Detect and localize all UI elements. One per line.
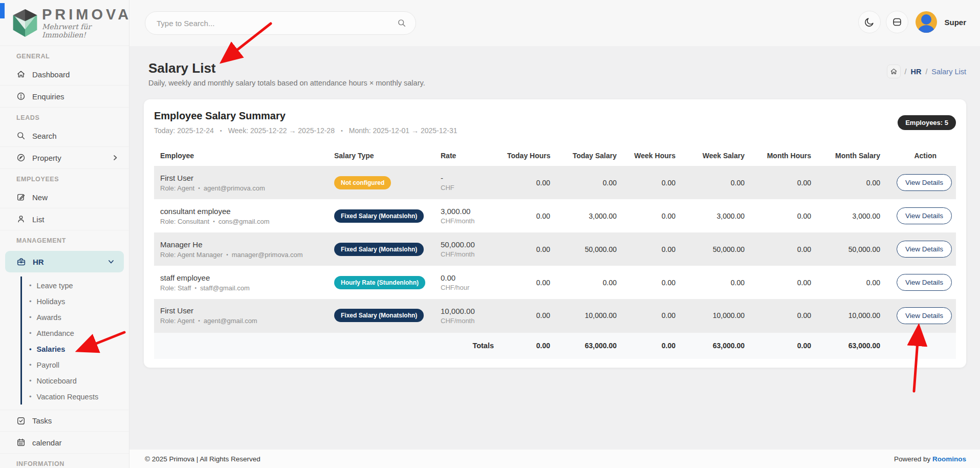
col-employee: Employee (154, 146, 328, 166)
salary-type-badge: Fixed Salary (Monatslohn) (334, 243, 424, 256)
submenu-item-payroll[interactable]: Payroll (22, 357, 129, 373)
month-hours: 0.00 (747, 232, 813, 266)
roominos-link[interactable]: Roominos (932, 455, 966, 463)
user-icon (16, 215, 26, 224)
sidebar-item-list[interactable]: List (0, 208, 129, 230)
employee-email: agent@primova.com (204, 184, 265, 192)
layout-split-icon (891, 16, 903, 28)
view-details-button[interactable]: View Details (897, 174, 952, 191)
week-hours: 0.00 (619, 299, 678, 332)
view-details-button[interactable]: View Details (897, 241, 952, 258)
brand-tagline: Mehrwert für Immobilien! (42, 23, 129, 39)
avatar-person-body (918, 25, 934, 33)
sidebar-item-dashboard[interactable]: Dashboard (0, 63, 129, 86)
totals-week-salary: 63,000.00 (678, 332, 747, 359)
submenu-item-holidays[interactable]: Holidays (22, 293, 129, 309)
employee-name: staff employee (160, 273, 323, 282)
rate-value: 3,000.00 (441, 207, 496, 216)
powered-by-text: Powered by (894, 455, 930, 463)
totals-row: Totals 0.00 63,000.00 0.00 63,000.00 0.0… (154, 332, 956, 359)
breadcrumb-hr-link[interactable]: HR (910, 68, 921, 76)
search-icon[interactable] (397, 18, 406, 28)
salary-type-badge: Hourly Rate (Stundenlohn) (334, 276, 425, 289)
col-salary-type: Salary Type (328, 146, 434, 166)
top-header: Super (129, 0, 980, 46)
sidebar-item-search[interactable]: Search (0, 125, 129, 147)
search-icon (16, 131, 26, 140)
sidebar-item-label: Dashboard (32, 70, 70, 79)
month-salary: 0.00 (813, 266, 882, 299)
submenu-item-salaries[interactable]: Salaries (22, 341, 129, 357)
week-hours: 0.00 (619, 199, 678, 232)
salary-type-badge: Fixed Salary (Monatslohn) (334, 309, 424, 322)
view-details-button[interactable]: View Details (897, 207, 952, 224)
submenu-item-attendance[interactable]: Attendance (22, 325, 129, 341)
totals-week-hours: 0.00 (619, 332, 678, 359)
submenu-item-vacation-requests[interactable]: Vacation Requests (22, 389, 129, 405)
page-title: Salary List (148, 60, 425, 76)
sidebar-item-hr[interactable]: HR (5, 251, 124, 272)
rate-unit: CHF/month (441, 217, 496, 225)
employee-role: Role: Staff (160, 284, 191, 292)
today-salary: 0.00 (552, 166, 619, 199)
rate-unit: CHF (441, 184, 496, 192)
role-separator: • (198, 185, 200, 191)
date-separator: • (220, 127, 222, 134)
employee-role: Role: Agent (160, 184, 194, 192)
rate-value: 10,000.00 (441, 307, 496, 315)
view-details-button[interactable]: View Details (897, 274, 952, 291)
sidebar-item-label: HR (33, 258, 44, 266)
date-separator: • (341, 127, 343, 134)
today-hours: 0.00 (501, 232, 552, 266)
sidebar-item-tasks[interactable]: Tasks (0, 410, 129, 432)
week-salary: 0.00 (678, 166, 747, 199)
month-salary: 3,000.00 (813, 199, 882, 232)
sidebar-section-general: GENERAL (0, 46, 129, 63)
brand-logo[interactable]: PRIMOVA Mehrwert für Immobilien! (0, 0, 129, 46)
view-details-button[interactable]: View Details (897, 307, 952, 324)
col-rate: Rate (434, 146, 501, 166)
sidebar-item-label: Tasks (32, 416, 52, 425)
submenu-item-leave-type[interactable]: Leave type (22, 278, 129, 293)
submenu-item-awards[interactable]: Awards (22, 309, 129, 325)
primova-cube-icon (11, 8, 39, 38)
global-search (145, 11, 416, 35)
dark-mode-toggle[interactable] (858, 11, 881, 33)
month-salary: 10,000.00 (813, 299, 882, 332)
sidebar-item-enquiries[interactable]: Enquiries (0, 86, 129, 108)
user-avatar[interactable] (916, 11, 937, 33)
salary-type-badge: Not configured (334, 176, 391, 189)
week-salary: 0.00 (678, 266, 747, 299)
employee-email: agent@gmail.com (204, 317, 257, 325)
page-subtitle: Daily, weekly and monthly salary totals … (148, 79, 425, 87)
week-salary: 10,000.00 (678, 299, 747, 332)
employee-role: Role: Agent Manager (160, 251, 223, 259)
employee-role: Role: Consultant (160, 218, 209, 225)
sidebar-item-label: calendar (32, 438, 62, 447)
breadcrumb-current: Salary List (931, 68, 966, 76)
search-input[interactable] (157, 19, 397, 28)
sidebar-item-label: List (32, 215, 44, 224)
role-separator: • (198, 318, 200, 324)
employee-email: manager@primova.com (232, 251, 303, 259)
hr-submenu: Leave type Holidays Awards Attendance Sa… (20, 276, 129, 405)
tasks-icon (16, 416, 26, 426)
sidebar-item-calendar[interactable]: calendar (0, 432, 129, 454)
today-salary: 10,000.00 (552, 299, 619, 332)
role-separator: • (226, 252, 228, 258)
avatar-person-icon (921, 14, 931, 25)
sidebar-item-new[interactable]: New (0, 186, 129, 208)
employee-name: First User (160, 174, 323, 182)
sidebar-section-employees: EMPLOYEES (0, 169, 129, 186)
totals-month-hours: 0.00 (747, 332, 813, 359)
sidebar-item-property[interactable]: Property (0, 147, 129, 169)
sidebar-item-label: New (32, 193, 48, 202)
sidebar: PRIMOVA Mehrwert für Immobilien! GENERAL… (0, 0, 129, 468)
totals-month-salary: 63,000.00 (813, 332, 882, 359)
month-salary: 50,000.00 (813, 232, 882, 266)
layout-toggle-button[interactable] (886, 11, 908, 33)
employee-email: cons@gmail.com (219, 218, 270, 225)
week-salary: 3,000.00 (678, 199, 747, 232)
submenu-item-noticeboard[interactable]: Noticeboard (22, 373, 129, 389)
breadcrumb-home-button[interactable] (887, 65, 901, 78)
